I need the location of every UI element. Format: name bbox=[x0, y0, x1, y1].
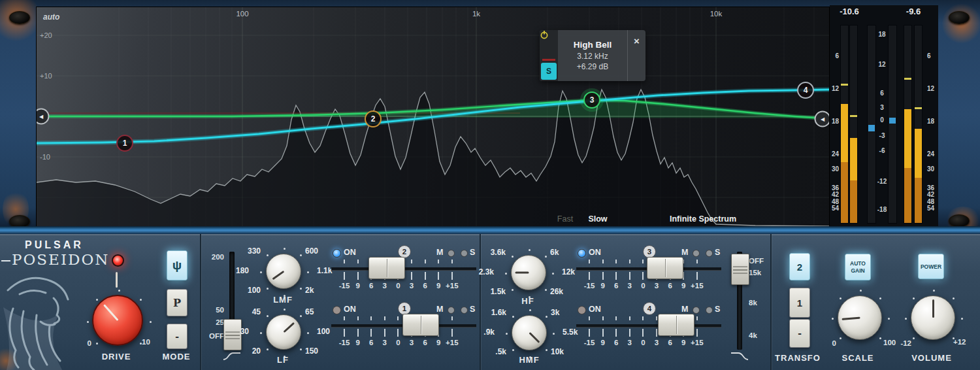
hmf-tick-label: .9k bbox=[483, 328, 495, 337]
solo-label: S bbox=[470, 248, 475, 257]
slider-tick bbox=[589, 272, 590, 280]
hmf-tick-label: 3k bbox=[551, 308, 559, 317]
eq-band-handle-3[interactable]: 3 bbox=[583, 92, 600, 109]
meter-scale-left: 30 bbox=[830, 165, 839, 173]
knob-tick-dot bbox=[553, 333, 555, 335]
band-on-led bbox=[578, 249, 586, 258]
frequency-tick-label: 100 bbox=[236, 10, 248, 18]
slider-tick bbox=[615, 316, 617, 320]
hf-frequency-knob[interactable] bbox=[511, 255, 546, 290]
band-type-label[interactable]: High Bell bbox=[574, 39, 612, 51]
meter-scale-right: 24 bbox=[927, 150, 934, 158]
knob-pointer bbox=[932, 299, 934, 318]
knob-pointer bbox=[529, 332, 540, 343]
lmf-frequency-knob[interactable] bbox=[266, 254, 301, 289]
slider-tick bbox=[642, 260, 644, 263]
mode-minus-button[interactable]: - bbox=[167, 324, 188, 349]
slider-handle[interactable] bbox=[223, 319, 242, 350]
band-power-button[interactable] bbox=[540, 30, 558, 58]
knob-tick-dot bbox=[529, 309, 531, 311]
band-gain-value[interactable]: +6.29 dB bbox=[577, 61, 608, 72]
knob-tick-dot bbox=[545, 289, 547, 291]
band-3-gain-slider[interactable] bbox=[647, 257, 683, 279]
drive-knob[interactable] bbox=[92, 295, 143, 346]
transfo-2-button[interactable]: 2 bbox=[789, 253, 810, 280]
popup-side-buttons: S bbox=[540, 30, 558, 81]
knob-tick-dot bbox=[307, 271, 309, 273]
slider-tick bbox=[615, 260, 617, 263]
mode-trident-button[interactable]: ψ bbox=[167, 250, 188, 280]
band-on-button[interactable]: ON bbox=[589, 248, 601, 257]
slider-tick bbox=[397, 329, 399, 337]
eq-band-handle-1[interactable]: 1 bbox=[116, 135, 133, 152]
solo-led[interactable] bbox=[461, 250, 468, 257]
transfo-off-button[interactable]: - bbox=[789, 319, 810, 348]
right-shelf-marker[interactable]: ◀ bbox=[815, 111, 830, 127]
eq-graph bbox=[37, 7, 829, 227]
slider-tick bbox=[589, 260, 590, 263]
solo-led[interactable] bbox=[461, 307, 468, 314]
meter-column bbox=[904, 25, 912, 224]
input-peak-value: -10.6 bbox=[840, 7, 859, 16]
knob-tick-dot bbox=[879, 337, 881, 339]
auto-gain-button[interactable]: AUTOGAIN bbox=[845, 254, 871, 280]
band-on-button[interactable]: ON bbox=[589, 305, 601, 314]
mute-led[interactable] bbox=[448, 250, 455, 257]
slider-handle[interactable] bbox=[731, 254, 749, 285]
band-3-gain-row: ON 3 M S -159630369+15 bbox=[575, 244, 724, 296]
hf-tick-label: 1.5k bbox=[491, 287, 506, 296]
meter-peak-marker bbox=[850, 115, 857, 117]
hmf-tick-label: 1.6k bbox=[491, 308, 506, 317]
band-on-button[interactable]: ON bbox=[344, 305, 356, 314]
volume-knob[interactable] bbox=[911, 295, 955, 340]
highpass-slider[interactable]: 2005025OFF bbox=[204, 247, 256, 363]
panel-highlight bbox=[0, 234, 980, 235]
mute-led[interactable] bbox=[693, 307, 700, 314]
hmf-label: HMF bbox=[519, 355, 539, 365]
mute-led[interactable] bbox=[693, 250, 700, 257]
band-number-badge: 4 bbox=[643, 302, 656, 315]
band-on-button[interactable]: ON bbox=[344, 248, 356, 257]
knob-tick-dot bbox=[913, 297, 915, 299]
eq-band-handle-4[interactable]: 4 bbox=[797, 82, 814, 99]
power-button[interactable]: POWER bbox=[918, 254, 944, 279]
scale-knob[interactable] bbox=[838, 295, 882, 340]
auto-scale-toggle[interactable]: auto bbox=[43, 12, 59, 22]
lowpass-slider[interactable]: OFF15k8k4k bbox=[719, 247, 771, 363]
mode-pulsar-button[interactable]: P bbox=[167, 289, 188, 316]
lf-frequency-knob[interactable] bbox=[266, 314, 301, 350]
eq-band-handle-2[interactable]: 2 bbox=[365, 110, 382, 127]
volume-min-label: -12 bbox=[900, 339, 911, 347]
analyzer-speed-slow[interactable]: Slow bbox=[588, 214, 607, 224]
knob-tick-dot bbox=[512, 289, 514, 291]
solo-led[interactable] bbox=[706, 250, 713, 257]
hmf-frequency-knob[interactable] bbox=[512, 315, 547, 350]
arrow-left-icon: ◀ bbox=[821, 116, 825, 122]
knob-pointer bbox=[283, 322, 295, 333]
slider-tick bbox=[451, 260, 453, 263]
band-solo-button[interactable]: S bbox=[541, 63, 557, 80]
popup-close-button[interactable]: × bbox=[627, 30, 645, 81]
slider-tick bbox=[425, 272, 426, 280]
lmf-label: LMF bbox=[273, 295, 293, 305]
lf-label: LF bbox=[277, 355, 289, 365]
band-1-gain-slider[interactable] bbox=[402, 314, 439, 336]
meter-scale-right: 12 bbox=[927, 85, 934, 92]
slider-tick bbox=[642, 272, 644, 280]
slider-tick bbox=[589, 316, 590, 320]
frequency-tick-label: 10k bbox=[710, 10, 723, 18]
slider-tick bbox=[642, 316, 644, 320]
band-2-gain-slider[interactable] bbox=[368, 257, 405, 279]
analyzer-speed-fast[interactable]: Fast bbox=[557, 214, 573, 224]
solo-led[interactable] bbox=[706, 307, 713, 314]
eq-display[interactable]: auto 1001k10k +20+10-10 1 2 3 4 ◀ ◀ bbox=[36, 7, 830, 227]
slider-tick bbox=[602, 272, 604, 280]
slider-tick bbox=[411, 272, 412, 280]
analyzer-mode[interactable]: Infinite Spectrum bbox=[670, 214, 736, 224]
knob-tick-dot bbox=[545, 256, 547, 258]
band-frequency-value[interactable]: 3.12 kHz bbox=[577, 51, 608, 61]
transfo-1-button[interactable]: 1 bbox=[789, 288, 810, 318]
lmf-tick-label: 180 bbox=[236, 266, 249, 275]
mute-led[interactable] bbox=[448, 307, 455, 314]
band-4-gain-slider[interactable] bbox=[658, 314, 694, 336]
